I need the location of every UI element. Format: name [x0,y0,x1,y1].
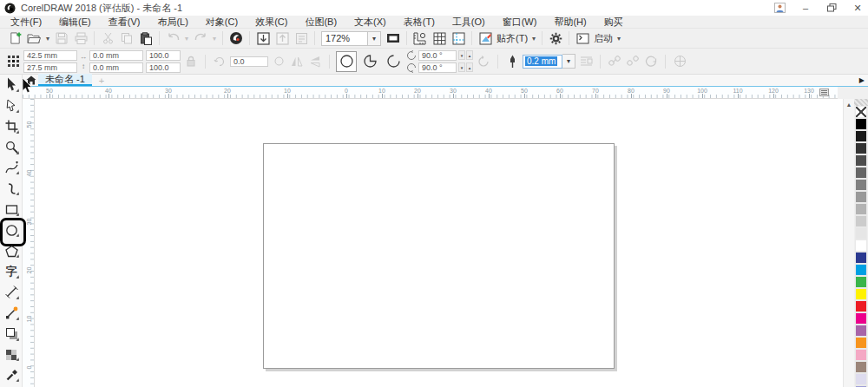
unlink-icon[interactable] [625,52,641,71]
cut-icon[interactable] [98,30,117,47]
redo-dropdown-icon[interactable]: ▾ [210,30,219,47]
outline-width-dropdown-icon[interactable]: ▾ [562,54,575,69]
swatch-purple[interactable] [855,325,867,337]
menu-item-12[interactable]: 购买 [595,16,632,29]
rotation-angle-field[interactable] [230,56,268,67]
menu-item-6[interactable]: 位图(B) [296,16,345,29]
welcome-screen-icon[interactable] [476,30,495,47]
transparency-tool[interactable] [0,344,23,365]
end-angle-field[interactable] [418,62,457,73]
mirror-horizontal-icon[interactable] [289,52,305,71]
snap-to-button[interactable]: 贴齐(T) [495,32,529,45]
start-angle-up-icon[interactable]: ▴ [466,50,473,60]
swatch-red[interactable] [855,300,867,312]
undo-dropdown-icon[interactable]: ▾ [182,30,191,47]
minimize-button[interactable]: – [799,2,812,14]
launch-icon[interactable] [573,30,592,47]
scale-x-field[interactable] [146,50,181,61]
swatch-pale-lavender[interactable] [855,373,867,385]
swatch-60-black[interactable] [855,167,867,179]
copy-icon[interactable] [117,30,136,47]
menu-item-0[interactable]: 文件(F) [2,16,50,29]
rectangle-tool[interactable] [0,199,23,220]
swatch-black[interactable] [855,118,867,130]
menu-item-8[interactable]: 表格(T) [395,16,444,29]
open-dropdown-icon[interactable]: ▾ [43,30,52,47]
crop-tool[interactable] [0,116,23,137]
horizontal-ruler[interactable]: 5040302010010203040506070809010011012013… [23,87,838,99]
start-angle-field[interactable] [418,50,457,61]
scale-y-field[interactable] [146,62,181,73]
change-direction-icon[interactable] [476,52,491,71]
swatch-cyan[interactable] [855,264,867,276]
swatch-90-black[interactable] [855,130,867,142]
show-guidelines-icon[interactable] [449,30,468,47]
swatch-yellow[interactable] [855,288,867,300]
menu-item-11[interactable]: 帮助(H) [545,16,595,29]
swatch-orange[interactable] [855,337,867,349]
rotation-center-icon[interactable] [271,52,286,71]
document-page[interactable] [263,143,615,369]
print-icon[interactable] [71,30,90,47]
freehand-tool[interactable] [0,158,23,179]
scroll-up-icon[interactable]: ▲ [844,99,854,109]
text-tool[interactable]: 字 [0,261,23,282]
swatch-blue[interactable] [855,252,867,264]
search-content-icon[interactable] [227,30,246,47]
swatch-50-black[interactable] [855,179,867,191]
new-document-icon[interactable] [5,30,24,47]
object-origin-icon[interactable] [5,52,21,71]
color-eyedropper-tool[interactable] [0,364,23,385]
connector-tool[interactable] [0,303,23,324]
swatch-40-black[interactable] [855,191,867,203]
new-tab-button[interactable]: + [95,75,108,86]
artistic-media-tool[interactable] [0,178,23,199]
export-icon[interactable] [273,30,292,47]
menu-item-1[interactable]: 编辑(E) [50,16,100,29]
palette-scroll-up-icon[interactable] [854,99,868,106]
end-angle-down-icon[interactable]: ▾ [458,62,465,72]
snap-to-dropdown-icon[interactable]: ▾ [529,30,538,47]
swatch-80-black[interactable] [855,142,867,154]
start-angle-down-icon[interactable]: ▾ [458,50,465,60]
wrap-text-icon[interactable] [578,52,594,71]
menu-item-7[interactable]: 文本(X) [345,16,395,29]
menu-item-4[interactable]: 对象(C) [197,16,247,29]
paste-icon[interactable] [136,30,155,47]
swatch-magenta[interactable] [855,312,867,325]
full-screen-preview-icon[interactable] [384,30,403,47]
object-height-field[interactable] [89,62,143,73]
object-position-y-field[interactable] [23,62,77,73]
pie-mode-button[interactable] [359,51,380,72]
restore-button[interactable] [825,2,838,14]
drop-shadow-tool[interactable] [0,324,23,344]
drawing-canvas[interactable] [35,99,843,387]
arc-mode-button[interactable] [383,51,404,72]
object-position-x-field[interactable] [23,50,77,61]
end-angle-up-icon[interactable]: ▴ [466,62,473,72]
options-gear-icon[interactable] [546,30,565,47]
swatch-white[interactable] [855,239,867,252]
swatch-70-black[interactable] [855,154,867,167]
swatch-no-color[interactable] [855,106,867,118]
ellipse-tool[interactable] [0,220,23,240]
outline-width-value[interactable]: 0.2 mm [525,56,557,66]
menu-item-5[interactable]: 效果(C) [247,16,296,29]
zoom-level-input[interactable] [321,31,368,46]
import-icon[interactable] [253,30,273,47]
shape-tool[interactable] [0,95,23,116]
publish-pdf-icon[interactable] [292,30,311,47]
account-icon[interactable] [773,2,786,14]
menu-item-3[interactable]: 布局(L) [148,16,196,29]
tab-overflow-icon[interactable]: ▶ [859,76,865,84]
menu-item-10[interactable]: 窗口(W) [494,16,546,29]
save-icon[interactable] [52,30,71,47]
pick-tool[interactable] [0,75,23,95]
open-icon[interactable] [24,30,43,47]
swatch-green[interactable] [855,276,867,288]
add-perspective-icon[interactable] [672,52,687,71]
zoom-level-dropdown-icon[interactable]: ▾ [368,31,381,46]
swatch-10-black[interactable] [855,227,867,239]
vertical-scrollbar[interactable]: ▲ [843,99,854,387]
object-width-field[interactable] [89,50,143,61]
